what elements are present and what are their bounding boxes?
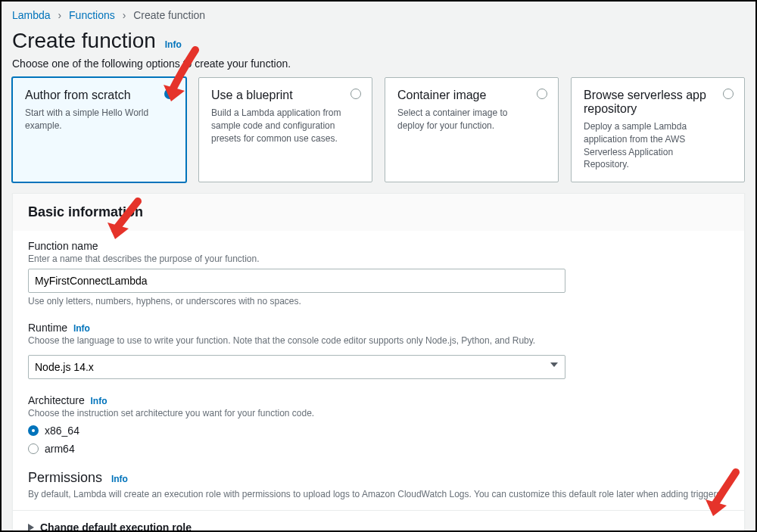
- expand-label: Change default execution role: [40, 521, 192, 532]
- option-desc: Build a Lambda application from sample c…: [211, 107, 360, 145]
- radio-icon: [723, 89, 734, 99]
- breadcrumb: Lambda › Functions › Create function: [2, 2, 755, 26]
- permissions-hint: By default, Lambda will create an execut…: [28, 489, 729, 499]
- option-title: Browse serverless app repository: [584, 89, 732, 116]
- runtime-hint: Choose the language to use to write your…: [28, 335, 729, 346]
- arch-option-label: arm64: [45, 443, 75, 455]
- arch-option-label: x86_64: [45, 425, 79, 437]
- function-name-label: Function name: [28, 240, 729, 252]
- breadcrumb-sep: ›: [58, 9, 61, 21]
- field-runtime: Runtime Info Choose the language to use …: [28, 322, 729, 379]
- function-name-input[interactable]: [28, 269, 565, 293]
- option-desc: Start with a simple Hello World example.: [25, 107, 173, 132]
- arch-arm64-radio[interactable]: arm64: [28, 443, 729, 455]
- architecture-label: Architecture: [28, 394, 85, 406]
- page-info-link[interactable]: Info: [165, 39, 182, 50]
- function-name-constraint: Use only letters, numbers, hyphens, or u…: [28, 296, 729, 306]
- option-desc: Select a container image to deploy for y…: [397, 107, 546, 132]
- field-function-name: Function name Enter a name that describe…: [28, 240, 729, 306]
- option-container-image[interactable]: Container image Select a container image…: [385, 77, 559, 182]
- triangle-right-icon: [28, 521, 34, 532]
- change-execution-role-toggle[interactable]: Change default execution role: [13, 510, 744, 532]
- radio-icon: [537, 89, 547, 99]
- architecture-info-link[interactable]: Info: [90, 396, 107, 406]
- panel-header: Basic information: [13, 194, 744, 231]
- option-desc: Deploy a sample Lambda application from …: [584, 120, 732, 171]
- option-title: Container image: [397, 89, 546, 102]
- page-subtitle: Choose one of the following options to c…: [12, 58, 745, 70]
- function-name-hint: Enter a name that describes the purpose …: [28, 254, 729, 264]
- architecture-hint: Choose the instruction set architecture …: [28, 408, 729, 418]
- radio-icon: [28, 443, 39, 454]
- option-use-blueprint[interactable]: Use a blueprint Build a Lambda applicati…: [198, 77, 372, 182]
- page-title: Create function: [12, 29, 156, 53]
- creation-options: Author from scratch Start with a simple …: [2, 77, 755, 193]
- permissions-info-link[interactable]: Info: [111, 474, 128, 484]
- option-title: Author from scratch: [25, 89, 173, 102]
- radio-icon: [164, 89, 175, 99]
- page-header: Create function Info Choose one of the f…: [2, 26, 755, 77]
- permissions-label: Permissions: [28, 470, 102, 486]
- option-title: Use a blueprint: [211, 89, 360, 102]
- option-serverless-repo[interactable]: Browse serverless app repository Deploy …: [571, 77, 745, 182]
- radio-icon: [350, 89, 361, 99]
- breadcrumb-sep: ›: [123, 9, 126, 21]
- runtime-info-link[interactable]: Info: [73, 323, 90, 334]
- breadcrumb-lambda[interactable]: Lambda: [12, 9, 51, 21]
- radio-icon: [28, 425, 39, 436]
- panel-title: Basic information: [28, 204, 729, 220]
- field-permissions: Permissions Info By default, Lambda will…: [28, 470, 729, 499]
- field-architecture: Architecture Info Choose the instruction…: [28, 394, 729, 455]
- breadcrumb-functions[interactable]: Functions: [69, 9, 115, 21]
- runtime-select[interactable]: [28, 355, 565, 379]
- runtime-label: Runtime: [28, 322, 67, 334]
- option-author-from-scratch[interactable]: Author from scratch Start with a simple …: [12, 77, 186, 182]
- arch-x86-64-radio[interactable]: x86_64: [28, 425, 729, 437]
- basic-info-panel: Basic information Function name Enter a …: [12, 193, 745, 532]
- breadcrumb-current: Create function: [133, 9, 205, 21]
